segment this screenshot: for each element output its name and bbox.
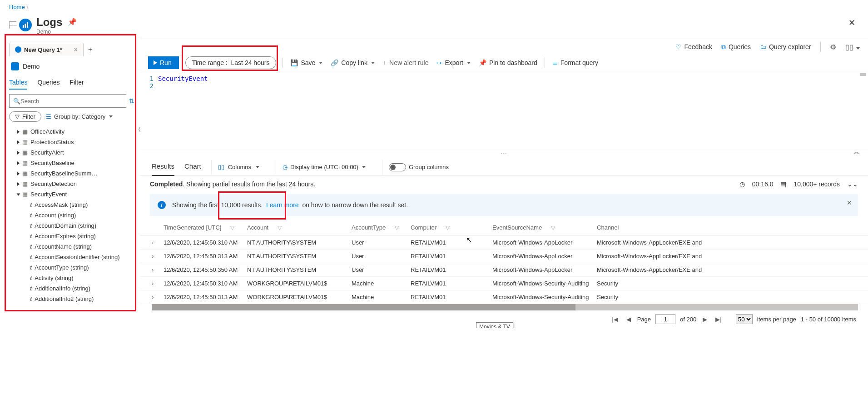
- expand-row-icon[interactable]: ›: [152, 266, 154, 273]
- page-size-select[interactable]: 50: [736, 314, 753, 324]
- search-input-wrap[interactable]: 🔍: [9, 94, 126, 108]
- search-input[interactable]: [20, 98, 122, 105]
- prev-page-button[interactable]: ◀: [625, 315, 633, 324]
- table-row[interactable]: ›12/6/2020, 12:45:50.310 AMNT AUTHORITY\…: [140, 236, 868, 250]
- run-button[interactable]: Run: [148, 56, 179, 69]
- tab-results[interactable]: Results: [152, 159, 174, 175]
- subtab-tables[interactable]: Tables: [9, 76, 27, 90]
- tree-column[interactable]: tAccountDomain (string): [9, 220, 134, 231]
- resize-handle[interactable]: ⋯ ︽: [140, 150, 868, 156]
- queries-button[interactable]: ⧉Queries: [721, 43, 751, 51]
- expand-row-icon[interactable]: ›: [152, 280, 154, 287]
- learn-more-link[interactable]: Learn more: [266, 201, 299, 209]
- table-row[interactable]: ›12/6/2020, 12:45:50.313 AMNT AUTHORITY\…: [140, 250, 868, 263]
- next-page-button[interactable]: ▶: [701, 315, 709, 324]
- caret-icon: [17, 182, 20, 186]
- col-header-eventsource[interactable]: EventSourceName: [492, 224, 542, 231]
- code-area[interactable]: SecurityEvent: [158, 75, 868, 146]
- table-row[interactable]: ›12/6/2020, 12:45:50.350 AMNT AUTHORITY\…: [140, 263, 868, 277]
- panels-icon[interactable]: ▯▯: [845, 43, 860, 51]
- tree-column[interactable]: tAccountType (string): [9, 262, 134, 273]
- tree-item-securityevent[interactable]: ▦SecurityEvent: [9, 189, 134, 200]
- tree-col-label: AccountType (string): [35, 264, 89, 271]
- tree-column[interactable]: tAccessMask (string): [9, 200, 134, 210]
- filter-icon[interactable]: ▽: [278, 225, 282, 231]
- tree-item[interactable]: ▦SecurityDetection: [9, 179, 134, 189]
- query-explorer-button[interactable]: 🗂Query explorer: [760, 43, 811, 50]
- filter-icon[interactable]: ▽: [395, 225, 399, 231]
- pin-to-dashboard-button[interactable]: 📌Pin to dashboard: [478, 57, 538, 68]
- tree-label: SecurityBaseline: [30, 160, 74, 166]
- expand-chevron-icon[interactable]: ⌄⌄: [847, 180, 858, 188]
- tree-column[interactable]: tAdditionalInfo2 (string): [9, 294, 134, 304]
- col-header-computer[interactable]: Computer: [411, 224, 436, 231]
- display-time-button[interactable]: ◷ Display time (UTC+00:00): [276, 160, 372, 174]
- type-icon: t: [30, 222, 32, 229]
- tree-item[interactable]: ▦OfficeActivity: [9, 126, 134, 137]
- tab-chart[interactable]: Chart: [184, 159, 201, 175]
- status-completed: Completed: [150, 180, 183, 188]
- tree-column[interactable]: tAccountExpires (string): [9, 231, 134, 241]
- subtab-filter[interactable]: Filter: [70, 76, 84, 90]
- page-input[interactable]: [655, 314, 675, 324]
- tree-item[interactable]: ▦SecurityBaseline: [9, 158, 134, 168]
- format-query-button[interactable]: ≣Format query: [551, 57, 599, 68]
- close-tab-icon[interactable]: ×: [74, 46, 78, 53]
- scope-picker[interactable]: Demo: [9, 58, 134, 74]
- tree-column[interactable]: tAdditionalInfo (string): [9, 283, 134, 294]
- filter-icon[interactable]: ▽: [446, 225, 450, 231]
- col-header-accounttype[interactable]: AccountType: [352, 224, 386, 231]
- close-button[interactable]: ✕: [845, 16, 859, 30]
- col-header-account[interactable]: Account: [247, 224, 268, 231]
- group-columns-toggle[interactable]: [389, 163, 406, 171]
- columns-button[interactable]: ▯▯ Columns: [211, 160, 266, 174]
- records-icon: ▤: [780, 180, 786, 188]
- run-label: Run: [160, 59, 172, 66]
- export-button[interactable]: ↦Export: [436, 57, 471, 68]
- breadcrumb-home[interactable]: Home: [9, 4, 25, 10]
- table-row[interactable]: ›12/6/2020, 12:45:50.313 AMWORKGROUP\RET…: [140, 290, 868, 304]
- query-tab-new-query-1[interactable]: New Query 1* ×: [9, 43, 84, 56]
- filter-pill[interactable]: ▽ Filter: [9, 111, 41, 122]
- expand-row-icon[interactable]: ›: [152, 294, 154, 300]
- tree-item[interactable]: ▦SecurityAlert: [9, 147, 134, 158]
- scroll-top-icon[interactable]: ︽: [853, 148, 861, 156]
- minimap[interactable]: [860, 73, 866, 76]
- feedback-button[interactable]: ♡Feedback: [675, 43, 712, 50]
- type-icon: t: [30, 275, 32, 281]
- left-panel: New Query 1* × + Demo Tables Queries Fil…: [0, 39, 140, 328]
- last-page-button[interactable]: ▶|: [714, 315, 723, 324]
- type-icon: t: [30, 295, 32, 302]
- tree-column[interactable]: tAccountSessionIdentifier (string): [9, 252, 134, 262]
- subtab-queries[interactable]: Queries: [37, 76, 60, 90]
- tree-item[interactable]: ▦SecurityBaselineSumm…: [9, 168, 134, 179]
- save-button[interactable]: 💾Save: [289, 57, 323, 68]
- gear-icon[interactable]: ⚙: [830, 43, 836, 51]
- filter-icon[interactable]: ▽: [230, 225, 234, 231]
- format-label: Format query: [560, 59, 598, 66]
- filter-icon: ▽: [15, 113, 20, 120]
- col-header-time[interactable]: TimeGenerated [UTC]: [164, 224, 221, 231]
- tree-column[interactable]: tAccountName (string): [9, 241, 134, 252]
- of-label: of 200: [680, 316, 696, 323]
- groupby-dropdown[interactable]: ☰ Group by: Category: [46, 113, 113, 120]
- tree-column[interactable]: tActivity (string): [9, 273, 134, 283]
- table-row[interactable]: ›12/6/2020, 12:45:50.310 AMWORKGROUP\RET…: [140, 277, 868, 290]
- tree-item[interactable]: ▦ProtectionStatus: [9, 137, 134, 147]
- copy-link-button[interactable]: 🔗Copy link: [330, 57, 376, 68]
- filter-icon[interactable]: ▽: [551, 225, 555, 231]
- tree-column[interactable]: tAccount (string): [9, 210, 134, 220]
- banner-close-icon[interactable]: ✕: [847, 199, 852, 206]
- query-editor[interactable]: 12 SecurityEvent: [140, 72, 868, 150]
- first-page-button[interactable]: |◀: [610, 315, 620, 324]
- expand-row-icon[interactable]: ›: [152, 239, 154, 246]
- expand-row-icon[interactable]: ›: [152, 253, 154, 260]
- time-range-picker[interactable]: Time range : Last 24 hours: [185, 56, 277, 69]
- sort-icon[interactable]: ⇅: [129, 97, 134, 105]
- horizontal-scrollbar[interactable]: [152, 304, 858, 310]
- col-header-channel[interactable]: Channel: [597, 224, 619, 231]
- new-alert-rule-button[interactable]: +New alert rule: [382, 57, 430, 68]
- filter-label: Filter: [22, 113, 35, 120]
- pin-icon[interactable]: 📌: [68, 18, 77, 26]
- add-tab-button[interactable]: +: [84, 44, 97, 55]
